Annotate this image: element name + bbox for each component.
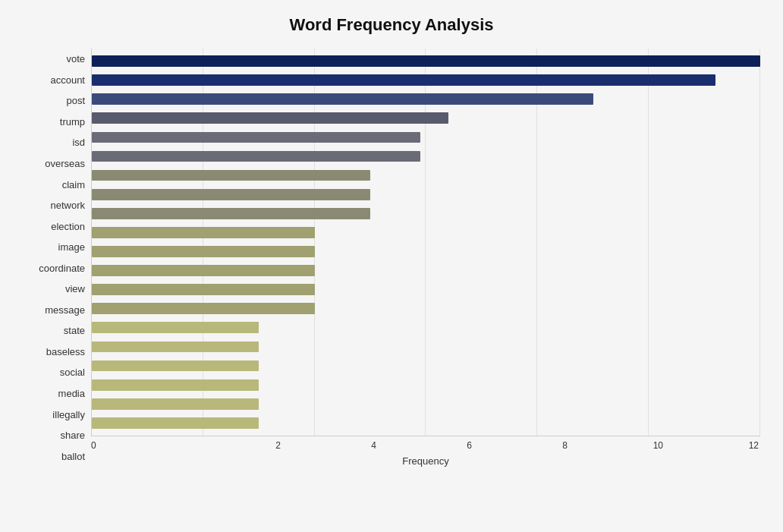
bar bbox=[92, 132, 420, 143]
bar bbox=[92, 360, 259, 372]
bar bbox=[92, 246, 315, 257]
y-label: vote bbox=[66, 54, 85, 64]
y-label: ballot bbox=[61, 452, 85, 461]
y-label: share bbox=[60, 430, 85, 440]
bar-row bbox=[92, 109, 760, 127]
y-label: view bbox=[65, 284, 85, 294]
bar-row bbox=[92, 223, 760, 242]
bar bbox=[92, 303, 315, 314]
bar bbox=[92, 112, 448, 124]
bar bbox=[92, 74, 715, 86]
bar-row bbox=[92, 127, 760, 146]
bar bbox=[92, 398, 259, 410]
bar-row bbox=[92, 299, 760, 318]
bar bbox=[92, 189, 370, 200]
y-label: social bbox=[60, 367, 85, 377]
bar-row bbox=[92, 146, 760, 165]
y-label: account bbox=[50, 75, 85, 85]
bars-and-x: 024681012 Frequency bbox=[91, 49, 760, 467]
x-tick: 0 bbox=[91, 440, 187, 451]
bar bbox=[92, 208, 370, 219]
bar bbox=[92, 284, 315, 295]
bar-row bbox=[92, 185, 760, 204]
y-label: illegally bbox=[52, 410, 85, 420]
y-label: message bbox=[45, 305, 85, 315]
bar-row bbox=[92, 414, 760, 433]
bar bbox=[92, 93, 593, 105]
bar bbox=[92, 265, 315, 276]
bar-row bbox=[92, 90, 760, 109]
bars-rows bbox=[92, 49, 760, 436]
x-axis: 024681012 bbox=[91, 436, 760, 451]
bar-row bbox=[92, 166, 760, 185]
y-label: post bbox=[66, 96, 85, 105]
bar-row bbox=[92, 52, 760, 71]
bars-area bbox=[91, 49, 760, 436]
x-axis-label: Frequency bbox=[91, 455, 760, 467]
x-tick: 6 bbox=[378, 440, 473, 451]
y-label: image bbox=[58, 242, 85, 252]
x-tick: 10 bbox=[569, 440, 665, 451]
bar-row bbox=[92, 337, 760, 356]
chart-title: Word Frequency Analysis bbox=[23, 15, 760, 35]
y-label: election bbox=[51, 222, 85, 231]
bar bbox=[92, 151, 420, 162]
y-label: media bbox=[58, 389, 85, 398]
bar bbox=[92, 342, 259, 353]
bar-row bbox=[92, 376, 760, 395]
bar bbox=[92, 55, 760, 67]
y-label: isd bbox=[72, 137, 85, 147]
bar-row bbox=[92, 395, 760, 414]
y-label: state bbox=[64, 326, 85, 335]
y-label: baseless bbox=[46, 347, 85, 357]
bar-row bbox=[92, 261, 760, 280]
bar bbox=[92, 227, 315, 238]
y-labels: voteaccountposttrumpisdoverseasclaimnetw… bbox=[23, 49, 91, 467]
bar-row bbox=[92, 357, 760, 376]
bar bbox=[92, 379, 259, 391]
y-label: trump bbox=[60, 117, 85, 127]
bar bbox=[92, 170, 370, 181]
y-label: overseas bbox=[45, 159, 85, 168]
bar-row bbox=[92, 242, 760, 261]
x-tick: 8 bbox=[473, 440, 569, 451]
bar-row bbox=[92, 280, 760, 299]
bar-row bbox=[92, 318, 760, 337]
y-label: claim bbox=[62, 180, 85, 190]
bar bbox=[92, 322, 259, 333]
y-label: network bbox=[50, 200, 85, 210]
bar-row bbox=[92, 204, 760, 223]
chart-container: Word Frequency Analysis voteaccountpostt… bbox=[0, 0, 783, 532]
bar-row bbox=[92, 71, 760, 90]
chart-area: voteaccountposttrumpisdoverseasclaimnetw… bbox=[23, 49, 760, 467]
x-tick: 2 bbox=[187, 440, 282, 451]
bar bbox=[92, 417, 259, 429]
x-tick: 12 bbox=[665, 440, 760, 451]
y-label: coordinate bbox=[39, 263, 85, 273]
x-tick: 4 bbox=[282, 440, 378, 451]
